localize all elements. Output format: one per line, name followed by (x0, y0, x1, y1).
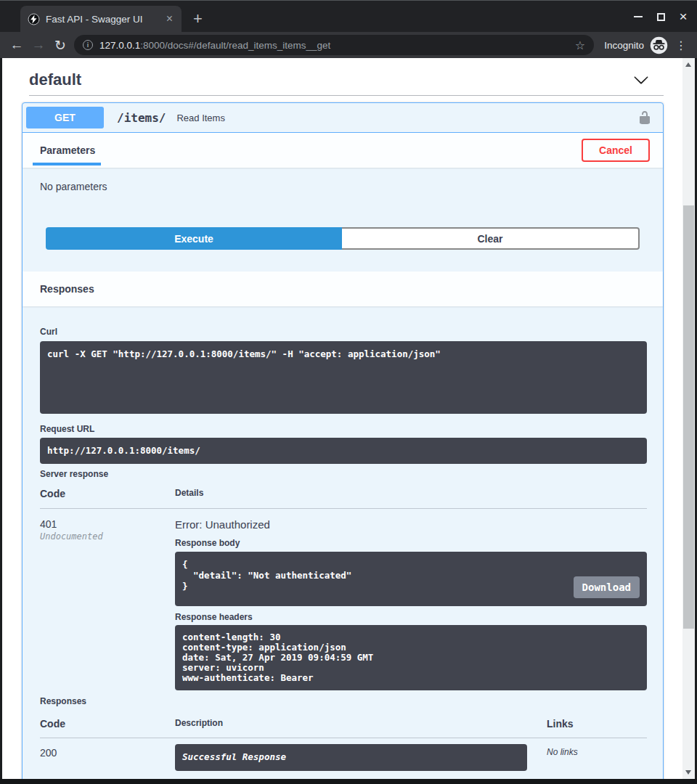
incognito-icon (650, 36, 668, 54)
column-description: Description (175, 718, 547, 730)
links-cell: No links (547, 744, 647, 757)
column-code: Code (40, 718, 175, 730)
server-response-label: Server response (40, 469, 647, 479)
server-response-row: 401 Undocumented Error: Unauthorized Res… (40, 509, 647, 690)
cancel-button[interactable]: Cancel (582, 139, 650, 162)
url-text: 127.0.0.1:8000/docs#/default/read_items_… (99, 40, 568, 51)
new-tab-button[interactable]: + (193, 11, 203, 27)
browser-titlebar: Fast API - Swagger UI × + × (0, 0, 697, 32)
request-url-value: http://127.0.0.1:8000/items/ (40, 438, 647, 464)
window-maximize-button[interactable] (656, 10, 666, 23)
back-icon[interactable]: ← (6, 34, 28, 56)
page-scrollbar[interactable] (682, 58, 695, 779)
operation-summary-text: Read Items (176, 113, 636, 123)
method-badge[interactable]: GET (26, 107, 104, 128)
window-minimize-button[interactable] (633, 10, 643, 23)
browser-toolbar: ← → ↻ i 127.0.0.1:8000/docs#/default/rea… (0, 32, 697, 58)
url-path: :8000/docs#/default/read_items_items__ge… (140, 40, 330, 51)
response-body-label: Response body (175, 538, 647, 548)
maximize-icon (657, 13, 665, 21)
curl-command-block[interactable]: curl -X GET "http://127.0.0.1:8000/items… (40, 341, 647, 414)
response-error-text: Error: Unauthorized (175, 518, 647, 531)
fastapi-favicon-icon (28, 13, 40, 25)
scrollbar-thumb[interactable] (683, 205, 694, 629)
column-links: Links (547, 718, 647, 730)
column-details: Details (175, 488, 647, 499)
responses-section-header: Responses (23, 271, 663, 306)
response-description-block: Successful Response (175, 744, 527, 771)
forward-icon[interactable]: → (28, 34, 49, 56)
page-viewport: default GET /items/ Read Items Pa (2, 58, 695, 779)
status-code-200: 200 (40, 744, 175, 759)
reload-icon[interactable]: ↻ (49, 34, 71, 56)
address-bar[interactable]: i 127.0.0.1:8000/docs#/default/read_item… (74, 35, 594, 55)
chevron-down-icon[interactable] (633, 72, 649, 88)
tag-title: default (29, 70, 81, 89)
tag-divider (29, 95, 664, 96)
undocumented-note: Undocumented (40, 531, 175, 542)
url-host: 127.0.0.1 (99, 40, 140, 51)
response-body-block: { "detail": "Not authenticated" }Downloa… (175, 552, 647, 606)
status-code-401: 401 (40, 518, 175, 530)
window-edge-left (0, 58, 2, 784)
responses-body: Curl curl -X GET "http://127.0.0.1:8000/… (23, 306, 663, 771)
scroll-up-icon[interactable] (685, 62, 691, 67)
execute-clear-group: Execute Clear (46, 227, 640, 250)
tag-header[interactable]: default (29, 70, 656, 89)
window-edge-bottom (0, 779, 697, 784)
browser-menu-icon[interactable]: ⋮ (675, 38, 687, 52)
operation-block-get-items: GET /items/ Read Items Parameters Cancel… (22, 102, 664, 779)
documented-responses-label: Responses (40, 696, 647, 706)
no-parameters-text: No parameters (40, 181, 663, 192)
authorize-lock-button[interactable] (636, 109, 653, 126)
response-headers-block: content-length: 30 content-type: applica… (175, 625, 647, 690)
window-controls: × (633, 10, 688, 23)
scroll-down-icon[interactable] (685, 770, 691, 775)
tab-close-icon[interactable]: × (163, 13, 176, 25)
minimize-icon (634, 16, 643, 17)
operation-summary[interactable]: GET /items/ Read Items (23, 103, 663, 133)
documented-responses-table-header: Code Description Links (40, 718, 647, 738)
responses-section-title: Responses (40, 283, 94, 295)
execute-button[interactable]: Execute (46, 227, 342, 250)
curl-label: Curl (40, 327, 647, 337)
tab-parameters[interactable]: Parameters (40, 144, 95, 156)
download-button[interactable]: Download (574, 576, 640, 598)
request-url-label: Request URL (40, 424, 647, 434)
site-info-icon[interactable]: i (83, 40, 93, 50)
window-close-button[interactable]: × (678, 10, 688, 23)
bookmark-star-icon[interactable]: ☆ (575, 38, 585, 52)
response-headers-label: Response headers (175, 612, 647, 622)
tab-title: Fast API - Swagger UI (46, 14, 158, 25)
browser-tab[interactable]: Fast API - Swagger UI × (20, 6, 182, 32)
response-body-json: { "detail": "Not authenticated" } (182, 559, 351, 592)
column-code: Code (40, 488, 175, 499)
clear-button[interactable]: Clear (342, 227, 640, 250)
table-row: 200 Successful Response No links (40, 738, 647, 771)
server-response-table-header: Code Details (40, 488, 647, 509)
operation-path: /items/ (117, 111, 166, 125)
incognito-label: Incognito (604, 40, 644, 51)
parameters-section-header: Parameters Cancel (23, 133, 663, 168)
